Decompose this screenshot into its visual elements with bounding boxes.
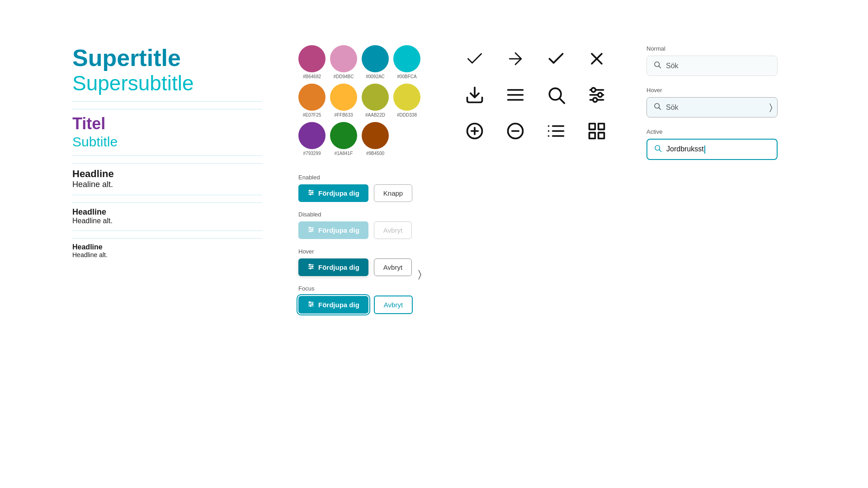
svg-point-17 [310,268,311,269]
disabled-label: Disabled [298,211,425,218]
supersubtitle: Supersubtitle [72,71,262,96]
color-swatch-6: #FFB633 [330,84,357,117]
color-swatch-2: #DD94BC [330,45,357,79]
search-normal-label: Normal [646,45,791,52]
button-state-disabled: Disabled Fördjupa dig Avbryt [298,211,425,239]
search-icon-normal [653,61,661,71]
svg-point-9 [309,227,311,229]
subtitle: Subtitle [72,134,262,150]
middle-panel: #B64682 #DD94BC #0092AC #00BFCA #E07F25 … [298,45,425,443]
color-swatch-5: #E07F25 [298,84,326,117]
primary-button-disabled: Fördjupa dig [298,221,368,239]
secondary-button-disabled-label: Avbryt [383,226,402,234]
color-swatch-4: #00BFCA [393,45,420,79]
svg-rect-52 [599,133,604,139]
type-divider-3 [72,202,262,203]
plus-circle-icon [461,117,488,145]
color-label-6: #FFB633 [334,113,353,117]
check-icon [542,45,570,72]
search-active-text: Jordbruksst [666,145,770,154]
color-label-2: #DD94BC [333,74,354,79]
color-swatch-10: #1A841F [330,122,357,156]
search-input-normal[interactable]: Sök [646,56,778,76]
type-divider-1 [72,109,262,109]
primary-button-enabled-label: Fördjupa dig [318,189,359,197]
search-active-group: Active Jordbruksst [646,128,791,160]
svg-point-36 [591,88,595,92]
sliders-icon-enabled [307,189,315,197]
color-circle-9 [298,122,326,149]
secondary-button-enabled-label: Knapp [383,189,403,197]
focus-label: Focus [298,285,425,292]
primary-button-hover-label: Fördjupa dig [318,263,359,271]
color-swatch-7: #AAB22D [362,84,389,117]
sliders-icon-hover [307,263,315,272]
close-icon [583,45,610,72]
search-input-hover[interactable]: Sök 〉 [646,97,778,117]
typography-panel: Supertitle Supersubtitle Titel Subtitle … [72,45,262,443]
secondary-button-focus-label: Avbryt [384,301,403,309]
headline-sm: Headline [72,243,262,251]
hover-btn-row: Fördjupa dig 〉 Avbryt 〉 [298,258,425,276]
icons-panel [461,45,610,443]
svg-point-11 [310,231,311,232]
list-icon [542,117,570,145]
svg-line-55 [659,66,660,68]
disabled-btn-row: Fördjupa dig Avbryt [298,221,425,239]
svg-point-5 [310,194,311,195]
color-label-8: #DDD338 [397,113,417,117]
right-panel: Normal Sök Hover [461,45,796,443]
svg-rect-51 [599,124,604,130]
secondary-button-enabled[interactable]: Knapp [374,184,412,202]
button-state-enabled: Enabled Fördjupa dig Knapp [298,174,425,202]
color-grid: #B64682 #DD94BC #0092AC #00BFCA #E07F25 … [298,45,425,156]
svg-line-32 [560,99,564,103]
type-divider-4 [72,238,262,239]
button-state-hover: Hover Fördjupa dig 〉 Avbryt [298,248,425,276]
enabled-btn-row: Fördjupa dig Knapp [298,184,425,202]
supertitle-section: Supertitle Supersubtitle [72,45,262,102]
color-swatch-9: #793299 [298,122,326,156]
color-circle-8 [393,84,420,111]
focus-btn-row: Fördjupa dig Avbryt [298,296,425,314]
primary-button-enabled[interactable]: Fördjupa dig [298,184,368,202]
search-hover-text: Sök [666,103,771,112]
primary-button-focus[interactable]: Fördjupa dig [298,296,368,314]
titel: Titel [72,114,262,133]
secondary-button-hover[interactable]: Avbryt 〉 [374,258,412,276]
primary-button-disabled-label: Fördjupa dig [318,226,359,234]
type-divider-2 [72,163,262,164]
secondary-button-hover-label: Avbryt [383,263,402,271]
headline-lg: Headline [72,168,262,180]
minus-circle-icon [502,117,529,145]
cursor-icon-secondary: 〉 [418,268,421,280]
color-circle-4 [393,45,420,72]
menu-icon [502,81,529,108]
secondary-button-focus[interactable]: Avbryt [374,296,413,314]
headline-md: Headline [72,207,262,217]
headline-lg-section: Headline Healine alt. [72,168,262,195]
supertitle: Supertitle [72,45,262,71]
color-circle-11 [362,122,389,149]
color-label-10: #1A841F [335,151,353,156]
cursor-icon-search-hover: 〉 [769,102,773,113]
color-label-5: #E07F25 [303,113,321,117]
primary-button-hover[interactable]: Fördjupa dig 〉 [298,258,368,276]
svg-rect-50 [590,124,595,130]
svg-point-23 [310,305,311,307]
color-circle-2 [330,45,357,72]
hover-label: Hover [298,248,425,255]
svg-point-16 [311,266,313,267]
svg-line-57 [659,108,660,109]
svg-point-10 [311,229,313,230]
icon-grid [461,45,610,145]
svg-point-15 [309,264,311,266]
color-swatch-8: #DDD338 [393,84,420,117]
search-input-active[interactable]: Jordbruksst [646,139,778,160]
search-hover-label: Hover [646,87,791,94]
check-thin-icon [461,45,488,72]
headline-alt-lg: Healine alt. [72,180,262,189]
sliders-icon-focus [307,300,315,309]
search-icon [542,81,570,108]
color-label-3: #0092AC [366,74,385,79]
